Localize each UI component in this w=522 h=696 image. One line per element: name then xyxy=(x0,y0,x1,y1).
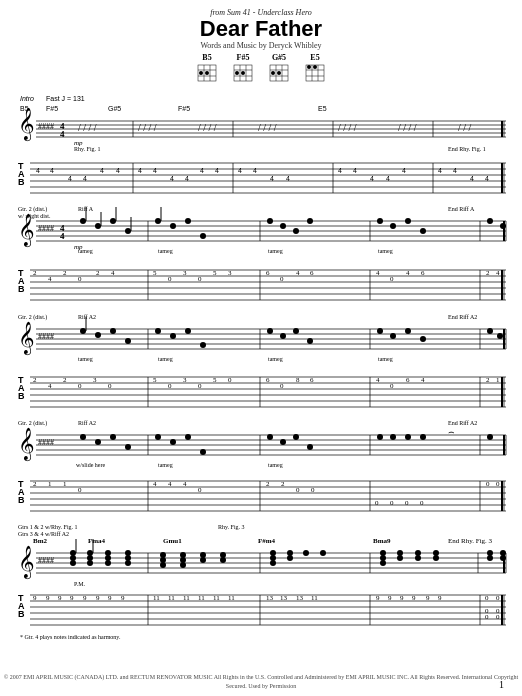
svg-text:2: 2 xyxy=(486,376,490,384)
svg-text:6: 6 xyxy=(266,269,270,277)
svg-text:4: 4 xyxy=(421,376,425,384)
svg-text:/ / / /: / / / / xyxy=(258,122,277,133)
svg-text:1: 1 xyxy=(63,480,67,488)
svg-point-211 xyxy=(405,328,411,334)
svg-text:11: 11 xyxy=(183,594,190,602)
svg-text:G#5: G#5 xyxy=(108,105,121,112)
svg-text:9: 9 xyxy=(121,594,125,602)
svg-point-134 xyxy=(390,223,396,229)
svg-text:2: 2 xyxy=(266,480,270,488)
svg-text:4: 4 xyxy=(200,167,204,174)
chord-grid-b5 xyxy=(196,63,218,83)
svg-point-197 xyxy=(125,338,131,344)
svg-text:B: B xyxy=(18,495,25,505)
svg-text:tameg: tameg xyxy=(378,356,393,362)
svg-text:2: 2 xyxy=(63,376,67,384)
svg-text:tameg: tameg xyxy=(268,248,283,254)
svg-point-373 xyxy=(270,560,276,566)
svg-text:Gtr. 2 (dist.): Gtr. 2 (dist.) xyxy=(18,206,47,213)
svg-text:13: 13 xyxy=(266,594,274,602)
svg-text:4: 4 xyxy=(470,175,474,182)
svg-point-277 xyxy=(185,434,191,440)
svg-text:0: 0 xyxy=(168,382,172,390)
svg-point-285 xyxy=(377,434,383,440)
svg-text:4: 4 xyxy=(376,269,380,277)
svg-point-347 xyxy=(70,560,76,566)
svg-point-276 xyxy=(170,439,176,445)
svg-text:2: 2 xyxy=(33,480,37,488)
svg-text:11: 11 xyxy=(168,594,175,602)
svg-point-383 xyxy=(397,555,403,561)
svg-text:Rhy. Fig. 3: Rhy. Fig. 3 xyxy=(218,524,245,530)
svg-point-286 xyxy=(390,434,396,440)
svg-text:4: 4 xyxy=(68,175,72,182)
svg-point-369 xyxy=(220,557,226,563)
svg-text:4: 4 xyxy=(376,376,380,384)
svg-text:9: 9 xyxy=(70,594,74,602)
svg-text:P.M.: P.M. xyxy=(74,581,86,587)
svg-point-358 xyxy=(125,560,131,566)
svg-text:4: 4 xyxy=(338,167,342,174)
chord-b5: B5 xyxy=(196,53,218,87)
svg-point-199 xyxy=(155,328,161,334)
svg-text:9: 9 xyxy=(438,594,442,602)
svg-text:/ / / /: / / / / xyxy=(398,122,417,133)
svg-text:4: 4 xyxy=(238,167,242,174)
svg-point-273 xyxy=(125,444,131,450)
svg-point-282 xyxy=(293,434,299,440)
svg-point-385 xyxy=(415,555,421,561)
svg-text:4: 4 xyxy=(402,167,406,174)
svg-text:0: 0 xyxy=(486,480,490,488)
svg-point-124 xyxy=(170,223,176,229)
svg-point-355 xyxy=(105,560,111,566)
svg-point-6 xyxy=(205,71,209,75)
copyright-text: © 2007 EMI APRIL MUSIC (CANADA) LTD. and… xyxy=(0,673,522,690)
svg-point-272 xyxy=(110,434,116,440)
svg-text:4: 4 xyxy=(353,167,357,174)
svg-text:9: 9 xyxy=(376,594,380,602)
svg-point-12 xyxy=(235,71,239,75)
svg-text:11: 11 xyxy=(228,594,235,602)
svg-point-126 xyxy=(200,233,206,239)
svg-point-135 xyxy=(405,218,411,224)
svg-point-27 xyxy=(313,65,317,69)
svg-point-19 xyxy=(271,71,275,75)
page: from Sum 41 - Underclass Hero Dear Fathe… xyxy=(0,0,522,696)
svg-point-138 xyxy=(487,218,493,224)
svg-text:4: 4 xyxy=(60,129,65,139)
svg-text:4: 4 xyxy=(83,175,87,182)
svg-point-119 xyxy=(125,228,131,234)
svg-text:11: 11 xyxy=(153,594,160,602)
svg-point-287 xyxy=(405,434,411,440)
svg-text:6: 6 xyxy=(310,376,314,384)
svg-text:5: 5 xyxy=(213,376,217,384)
author-line: Words and Music by Deryck Whibley xyxy=(18,41,504,50)
svg-text:0: 0 xyxy=(375,499,379,507)
svg-text:𝄞: 𝄞 xyxy=(18,427,35,462)
svg-point-200 xyxy=(170,333,176,339)
svg-text:8: 8 xyxy=(296,376,300,384)
svg-text:𝄞: 𝄞 xyxy=(18,213,35,248)
svg-text:B: B xyxy=(18,391,25,401)
svg-text:0: 0 xyxy=(485,594,489,602)
svg-text:9: 9 xyxy=(400,594,404,602)
chord-g5: G#5 xyxy=(268,53,290,87)
svg-text:4: 4 xyxy=(215,167,219,174)
svg-text:/ / / /: / / / / xyxy=(198,122,217,133)
svg-point-278 xyxy=(200,449,206,455)
svg-text:4: 4 xyxy=(153,167,157,174)
svg-point-133 xyxy=(377,218,383,224)
svg-text:0: 0 xyxy=(311,486,315,494)
svg-text:Gtr. 2 (dist.): Gtr. 2 (dist.) xyxy=(18,314,47,321)
svg-text:2: 2 xyxy=(63,269,67,277)
svg-point-375 xyxy=(287,555,293,561)
svg-text:0: 0 xyxy=(496,613,500,621)
svg-point-387 xyxy=(433,555,439,561)
svg-text:B: B xyxy=(18,284,25,294)
svg-text:End Rhy. Fig. 3: End Rhy. Fig. 3 xyxy=(448,537,493,545)
svg-text:tameg: tameg xyxy=(158,462,173,468)
svg-text:0: 0 xyxy=(78,382,82,390)
svg-text:2: 2 xyxy=(33,269,37,277)
svg-text:6: 6 xyxy=(421,269,425,277)
chord-diagrams: B5 F#5 G#5 xyxy=(18,53,504,87)
